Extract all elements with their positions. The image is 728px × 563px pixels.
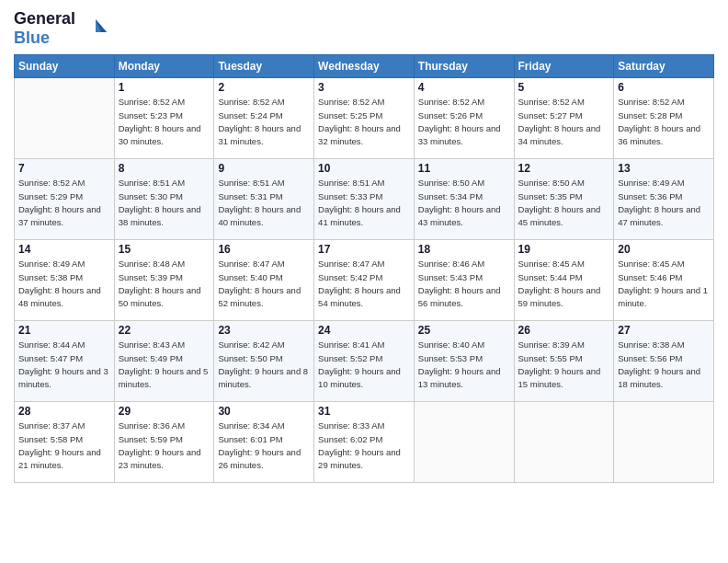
day-info: Sunrise: 8:46 AMSunset: 5:43 PMDaylight:… [418, 258, 510, 310]
calendar-cell: 26Sunrise: 8:39 AMSunset: 5:55 PMDayligh… [514, 321, 614, 402]
day-number: 30 [218, 405, 310, 418]
calendar-cell: 19Sunrise: 8:45 AMSunset: 5:44 PMDayligh… [514, 240, 614, 321]
calendar-cell: 27Sunrise: 8:38 AMSunset: 5:56 PMDayligh… [614, 321, 714, 402]
weekday-header-saturday: Saturday [614, 55, 714, 78]
day-info: Sunrise: 8:50 AMSunset: 5:34 PMDaylight:… [418, 177, 510, 229]
calendar-cell [15, 78, 115, 159]
svg-marker-0 [79, 14, 108, 43]
calendar-cell: 10Sunrise: 8:51 AMSunset: 5:33 PMDayligh… [314, 159, 415, 240]
day-number: 17 [318, 243, 410, 256]
day-number: 7 [18, 162, 110, 175]
calendar-cell: 20Sunrise: 8:45 AMSunset: 5:46 PMDayligh… [614, 240, 714, 321]
day-info: Sunrise: 8:47 AMSunset: 5:42 PMDaylight:… [318, 258, 410, 310]
logo-icon [77, 12, 110, 45]
calendar-cell: 18Sunrise: 8:46 AMSunset: 5:43 PMDayligh… [414, 240, 514, 321]
day-info: Sunrise: 8:34 AMSunset: 6:01 PMDaylight:… [218, 419, 310, 472]
week-row-1: 7Sunrise: 8:52 AMSunset: 5:29 PMDaylight… [15, 159, 714, 240]
day-info: Sunrise: 8:47 AMSunset: 5:40 PMDaylight:… [218, 258, 310, 310]
day-info: Sunrise: 8:48 AMSunset: 5:39 PMDaylight:… [119, 258, 210, 310]
calendar-cell: 6Sunrise: 8:52 AMSunset: 5:28 PMDaylight… [614, 78, 714, 159]
calendar-cell: 13Sunrise: 8:49 AMSunset: 5:36 PMDayligh… [614, 159, 714, 240]
day-number: 26 [518, 324, 610, 337]
day-info: Sunrise: 8:52 AMSunset: 5:25 PMDaylight:… [318, 96, 410, 148]
calendar-cell: 7Sunrise: 8:52 AMSunset: 5:29 PMDaylight… [15, 159, 115, 240]
day-number: 1 [119, 81, 210, 94]
calendar-cell: 22Sunrise: 8:43 AMSunset: 5:49 PMDayligh… [114, 321, 214, 402]
logo-text: General Blue [14, 9, 110, 47]
day-info: Sunrise: 8:40 AMSunset: 5:53 PMDaylight:… [418, 339, 510, 391]
day-number: 8 [119, 162, 210, 175]
day-number: 13 [618, 162, 710, 175]
week-row-4: 28Sunrise: 8:37 AMSunset: 5:58 PMDayligh… [15, 402, 714, 483]
day-number: 29 [119, 405, 210, 418]
calendar-cell: 23Sunrise: 8:42 AMSunset: 5:50 PMDayligh… [214, 321, 314, 402]
calendar-cell: 28Sunrise: 8:37 AMSunset: 5:58 PMDayligh… [15, 402, 115, 483]
day-info: Sunrise: 8:38 AMSunset: 5:56 PMDaylight:… [618, 339, 710, 391]
day-number: 19 [518, 243, 610, 256]
day-info: Sunrise: 8:51 AMSunset: 5:31 PMDaylight:… [218, 177, 310, 229]
calendar-cell [514, 402, 614, 483]
day-number: 15 [119, 243, 210, 256]
day-number: 2 [218, 81, 310, 94]
day-number: 27 [618, 324, 710, 337]
day-info: Sunrise: 8:45 AMSunset: 5:44 PMDaylight:… [518, 258, 610, 310]
day-info: Sunrise: 8:43 AMSunset: 5:49 PMDaylight:… [119, 339, 210, 391]
day-info: Sunrise: 8:51 AMSunset: 5:33 PMDaylight:… [318, 177, 410, 229]
day-number: 31 [318, 405, 410, 418]
day-info: Sunrise: 8:33 AMSunset: 6:02 PMDaylight:… [318, 419, 410, 472]
calendar-cell [614, 402, 714, 483]
weekday-header-thursday: Thursday [414, 55, 514, 78]
day-number: 14 [18, 243, 110, 256]
calendar-cell: 15Sunrise: 8:48 AMSunset: 5:39 PMDayligh… [114, 240, 214, 321]
day-number: 9 [218, 162, 310, 175]
calendar-cell: 17Sunrise: 8:47 AMSunset: 5:42 PMDayligh… [314, 240, 415, 321]
week-row-2: 14Sunrise: 8:49 AMSunset: 5:38 PMDayligh… [15, 240, 714, 321]
day-info: Sunrise: 8:52 AMSunset: 5:24 PMDaylight:… [218, 96, 310, 148]
day-info: Sunrise: 8:39 AMSunset: 5:55 PMDaylight:… [518, 339, 610, 391]
calendar-cell: 14Sunrise: 8:49 AMSunset: 5:38 PMDayligh… [15, 240, 115, 321]
logo-blue: Blue [14, 29, 75, 48]
day-info: Sunrise: 8:36 AMSunset: 5:59 PMDaylight:… [119, 419, 210, 472]
calendar-cell: 3Sunrise: 8:52 AMSunset: 5:25 PMDaylight… [314, 78, 415, 159]
day-number: 24 [318, 324, 410, 337]
weekday-header-friday: Friday [514, 55, 614, 78]
day-number: 23 [218, 324, 310, 337]
day-number: 4 [418, 81, 510, 94]
day-info: Sunrise: 8:51 AMSunset: 5:30 PMDaylight:… [119, 177, 210, 229]
day-number: 6 [618, 81, 710, 94]
day-info: Sunrise: 8:45 AMSunset: 5:46 PMDaylight:… [618, 258, 710, 310]
day-info: Sunrise: 8:44 AMSunset: 5:47 PMDaylight:… [18, 339, 110, 391]
page: General Blue SundayMondayTuesdayW [0, 0, 728, 563]
calendar-cell: 16Sunrise: 8:47 AMSunset: 5:40 PMDayligh… [214, 240, 314, 321]
day-number: 18 [418, 243, 510, 256]
day-number: 11 [418, 162, 510, 175]
calendar-cell: 29Sunrise: 8:36 AMSunset: 5:59 PMDayligh… [114, 402, 214, 483]
weekday-header-monday: Monday [114, 55, 214, 78]
calendar-cell: 11Sunrise: 8:50 AMSunset: 5:34 PMDayligh… [414, 159, 514, 240]
calendar-cell: 8Sunrise: 8:51 AMSunset: 5:30 PMDaylight… [114, 159, 214, 240]
day-number: 5 [518, 81, 610, 94]
calendar-cell: 24Sunrise: 8:41 AMSunset: 5:52 PMDayligh… [314, 321, 415, 402]
day-info: Sunrise: 8:52 AMSunset: 5:29 PMDaylight:… [18, 177, 110, 229]
calendar-cell [414, 402, 514, 483]
calendar-cell: 5Sunrise: 8:52 AMSunset: 5:27 PMDaylight… [514, 78, 614, 159]
calendar-cell: 2Sunrise: 8:52 AMSunset: 5:24 PMDaylight… [214, 78, 314, 159]
week-row-3: 21Sunrise: 8:44 AMSunset: 5:47 PMDayligh… [15, 321, 714, 402]
day-info: Sunrise: 8:49 AMSunset: 5:36 PMDaylight:… [618, 177, 710, 229]
day-info: Sunrise: 8:50 AMSunset: 5:35 PMDaylight:… [518, 177, 610, 229]
day-info: Sunrise: 8:52 AMSunset: 5:28 PMDaylight:… [618, 96, 710, 148]
calendar-cell: 30Sunrise: 8:34 AMSunset: 6:01 PMDayligh… [214, 402, 314, 483]
day-number: 12 [518, 162, 610, 175]
day-info: Sunrise: 8:52 AMSunset: 5:23 PMDaylight:… [119, 96, 210, 148]
day-number: 21 [18, 324, 110, 337]
calendar-cell: 1Sunrise: 8:52 AMSunset: 5:23 PMDaylight… [114, 78, 214, 159]
calendar-cell: 12Sunrise: 8:50 AMSunset: 5:35 PMDayligh… [514, 159, 614, 240]
weekday-header-tuesday: Tuesday [214, 55, 314, 78]
calendar-table: SundayMondayTuesdayWednesdayThursdayFrid… [14, 54, 714, 483]
day-number: 28 [18, 405, 110, 418]
day-number: 16 [218, 243, 310, 256]
calendar-cell: 4Sunrise: 8:52 AMSunset: 5:26 PMDaylight… [414, 78, 514, 159]
day-info: Sunrise: 8:41 AMSunset: 5:52 PMDaylight:… [318, 339, 410, 391]
day-info: Sunrise: 8:42 AMSunset: 5:50 PMDaylight:… [218, 339, 310, 391]
day-number: 3 [318, 81, 410, 94]
